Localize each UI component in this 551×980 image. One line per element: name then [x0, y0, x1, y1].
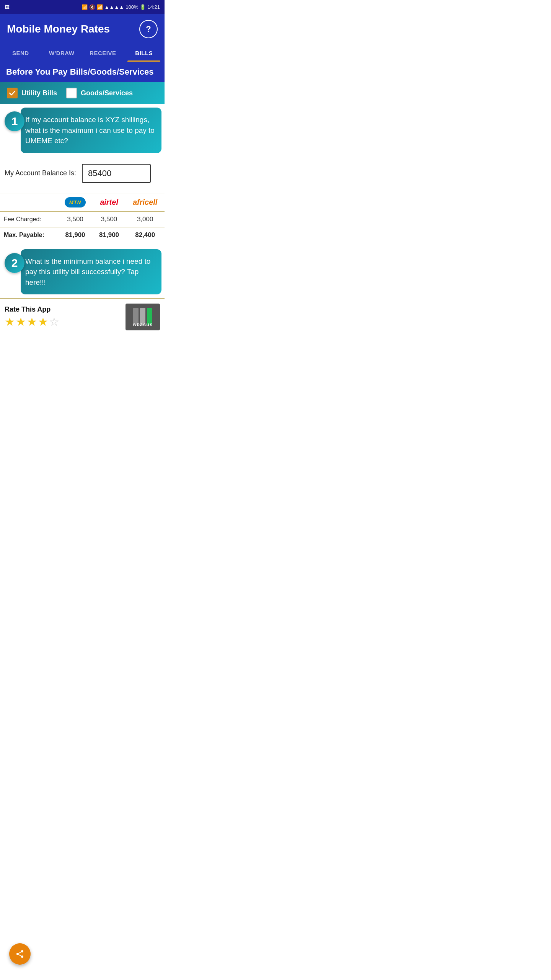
- wifi-icon: 📶: [97, 4, 103, 10]
- fee-label: Fee Charged:: [0, 211, 58, 227]
- svg-point-2: [21, 956, 23, 958]
- help-button[interactable]: ?: [139, 20, 158, 38]
- goods-services-checkbox[interactable]: Goods/Services: [66, 88, 133, 98]
- mtn-logo: MTN: [65, 197, 86, 207]
- star-4[interactable]: ★: [38, 315, 48, 328]
- utility-bills-label: Utility Bills: [21, 89, 57, 97]
- question2-wrapper[interactable]: 2 What is the minimum balance i need to …: [0, 245, 165, 299]
- signal-icon: ▲▲▲▲: [104, 4, 124, 10]
- star-1[interactable]: ★: [5, 315, 15, 328]
- col-header-mtn: MTN: [58, 193, 92, 211]
- fee-mtn: 3,500: [58, 211, 92, 227]
- max-africell: 82,400: [126, 227, 165, 243]
- question1-number: 1: [5, 111, 24, 131]
- mute-icon: 🔇: [89, 4, 95, 10]
- utility-bills-checkbox[interactable]: Utility Bills: [7, 88, 57, 98]
- tab-bills[interactable]: BILLS: [124, 44, 165, 62]
- svg-line-4: [19, 952, 21, 954]
- app-header: Mobile Money Rates ?: [0, 14, 165, 44]
- status-bar: 🖼 📶 🔇 📶 ▲▲▲▲ 100% 🔋 14:21: [0, 0, 165, 14]
- svg-point-1: [16, 953, 19, 955]
- col-header-airtel: airtel: [93, 193, 126, 211]
- max-mtn: 81,900: [58, 227, 92, 243]
- fee-row: Fee Charged: 3,500 3,500 3,000: [0, 211, 165, 227]
- col-header-africell: africell: [126, 193, 165, 211]
- tab-wdraw[interactable]: W'DRAW: [41, 44, 83, 62]
- app-title: Mobile Money Rates: [7, 23, 110, 35]
- balance-label: My Account Balance Is:: [5, 169, 77, 177]
- share-fab-button[interactable]: [9, 943, 31, 965]
- fee-africell: 3,000: [126, 211, 165, 227]
- fee-airtel: 3,500: [93, 211, 126, 227]
- rate-label: Rate This App: [5, 305, 59, 314]
- balance-row: My Account Balance Is:: [5, 164, 160, 183]
- clock: 14:21: [147, 4, 160, 10]
- col-header-empty: [0, 193, 58, 211]
- utility-bills-check-box[interactable]: [7, 88, 18, 98]
- results-table: MTN airtel africell Fee Charged: 3,500 3…: [0, 193, 165, 243]
- checkbox-row: Utility Bills Goods/Services: [0, 82, 165, 104]
- max-airtel: 81,900: [93, 227, 126, 243]
- abacus-logo: Abacus: [126, 304, 160, 330]
- status-right: 📶 🔇 📶 ▲▲▲▲ 100% 🔋 14:21: [82, 4, 160, 10]
- question2-block[interactable]: 2 What is the minimum balance i need to …: [3, 249, 161, 295]
- battery-icon: 🔋: [140, 4, 146, 10]
- question1-block: 1 If my account balance is XYZ shillings…: [3, 108, 161, 153]
- svg-point-0: [21, 950, 23, 952]
- input-section: My Account Balance Is:: [0, 157, 165, 193]
- max-label: Max. Payable:: [0, 227, 58, 243]
- question1-wrapper: 1 If my account balance is XYZ shillings…: [0, 104, 165, 157]
- question2-number: 2: [5, 253, 24, 273]
- battery-text: 100%: [126, 4, 138, 10]
- goods-services-label: Goods/Services: [81, 89, 133, 97]
- photo-icon: 🖼: [5, 4, 10, 10]
- tab-bar: SEND W'DRAW RECEIVE BILLS: [0, 44, 165, 62]
- footer: Rate This App ★ ★ ★ ★ ☆ Abacus: [0, 298, 165, 335]
- svg-line-3: [19, 955, 21, 956]
- tab-send[interactable]: SEND: [0, 44, 41, 62]
- balance-input[interactable]: [82, 164, 151, 183]
- goods-services-check-box[interactable]: [66, 88, 77, 98]
- abacus-text: Abacus: [133, 322, 153, 327]
- rate-section: Rate This App ★ ★ ★ ★ ☆: [5, 305, 59, 328]
- star-2[interactable]: ★: [16, 315, 26, 328]
- tab-receive[interactable]: RECEIVE: [82, 44, 124, 62]
- star-3[interactable]: ★: [27, 315, 37, 328]
- star-rating[interactable]: ★ ★ ★ ★ ☆: [5, 315, 59, 328]
- status-left: 🖼: [5, 4, 10, 10]
- question2-text[interactable]: What is the minimum balance i need to pa…: [21, 249, 161, 295]
- question1-text: If my account balance is XYZ shillings, …: [21, 108, 161, 153]
- bluetooth-icon: 📶: [82, 4, 88, 10]
- section-banner: Before You Pay Bills/Goods/Services: [0, 62, 165, 82]
- star-5[interactable]: ☆: [49, 315, 59, 328]
- max-row: Max. Payable: 81,900 81,900 82,400: [0, 227, 165, 243]
- share-icon: [15, 949, 24, 959]
